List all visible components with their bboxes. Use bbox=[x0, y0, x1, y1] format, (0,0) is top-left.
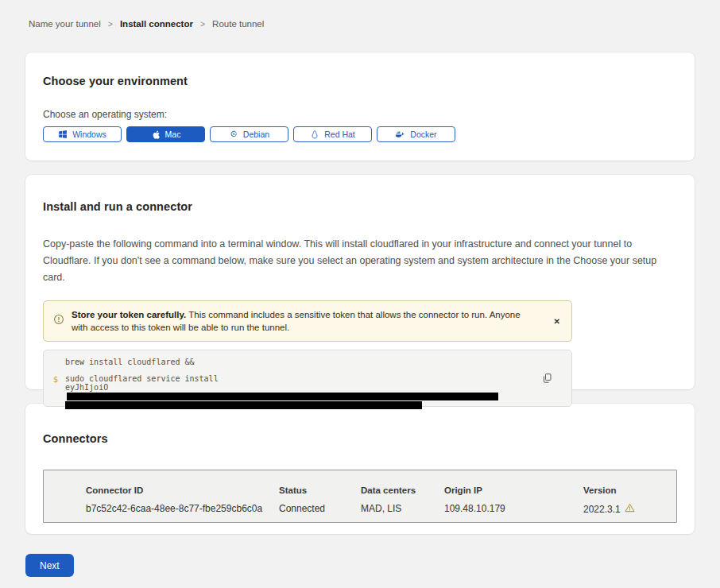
connectors-card-title: Connectors bbox=[43, 432, 677, 445]
install-connector-card: Install and run a connector Copy-paste t… bbox=[25, 175, 695, 389]
os-button-label: Debian bbox=[243, 130, 269, 139]
token-prefix: eyJhIjoiO bbox=[65, 383, 108, 392]
connector-id-value: b7c52c42-6caa-48ee-8c77-fbe259cb6c0a bbox=[86, 503, 279, 515]
header-data-centers: Data centers bbox=[361, 485, 444, 495]
breadcrumb-route-tunnel[interactable]: Route tunnel bbox=[212, 19, 264, 29]
header-status: Status bbox=[279, 485, 361, 495]
choose-environment-card: Choose your environment Choose an operat… bbox=[25, 52, 695, 161]
tux-penguin-icon bbox=[310, 130, 319, 140]
token-warning-banner: Store your token carefully. This command… bbox=[43, 300, 572, 342]
redacted-token-bar bbox=[65, 401, 422, 409]
version-number: 2022.3.1 bbox=[583, 504, 621, 515]
connectors-card: Connectors Connector ID Status Data cent… bbox=[25, 404, 695, 534]
warning-triangle-icon bbox=[625, 503, 635, 515]
code-line-token: eyJhIjoiO bbox=[65, 383, 540, 400]
breadcrumb: Name your tunnel > Install connector > R… bbox=[25, 0, 695, 29]
code-line-token-2 bbox=[65, 400, 540, 409]
code-line-sudo: sudo cloudflared service install bbox=[65, 374, 540, 383]
header-connector-id: Connector ID bbox=[86, 485, 279, 495]
alert-circle-icon bbox=[53, 314, 64, 328]
apple-logo-icon bbox=[151, 130, 161, 140]
version-value: 2022.3.1 bbox=[583, 503, 676, 515]
os-button-label: Windows bbox=[72, 130, 106, 139]
os-button-redhat[interactable]: Red Hat bbox=[293, 126, 372, 142]
table-header-row: Connector ID Status Data centers Origin … bbox=[86, 485, 676, 495]
header-origin-ip: Origin IP bbox=[444, 485, 583, 495]
data-centers-value: MAD, LIS bbox=[361, 503, 444, 515]
code-line-brew: brew install cloudflared && bbox=[65, 358, 540, 366]
breadcrumb-install-connector[interactable]: Install connector bbox=[120, 19, 193, 29]
tunnel-setup-page: Name your tunnel > Install connector > R… bbox=[0, 0, 720, 588]
header-version: Version bbox=[583, 485, 676, 495]
install-card-title: Install and run a connector bbox=[43, 200, 677, 213]
os-button-label: Red Hat bbox=[324, 130, 355, 139]
environment-card-title: Choose your environment bbox=[43, 75, 677, 87]
table-row: b7c52c42-6caa-48ee-8c77-fbe259cb6c0a Con… bbox=[86, 503, 676, 515]
os-button-label: Mac bbox=[165, 130, 181, 139]
os-button-group: Windows Mac Debian Red Hat bbox=[43, 126, 677, 142]
os-button-label: Docker bbox=[410, 130, 436, 139]
os-button-docker[interactable]: Docker bbox=[377, 126, 455, 142]
origin-ip-value: 109.48.10.179 bbox=[444, 503, 583, 515]
breadcrumb-name-your-tunnel[interactable]: Name your tunnel bbox=[29, 19, 101, 29]
breadcrumb-separator: > bbox=[200, 19, 205, 29]
warning-text: Store your token carefully. This command… bbox=[72, 308, 521, 334]
docker-whale-icon bbox=[395, 130, 405, 139]
debian-swirl-icon bbox=[229, 130, 238, 139]
shell-prompt: $ bbox=[53, 375, 58, 384]
os-button-debian[interactable]: Debian bbox=[210, 126, 288, 142]
copy-icon[interactable] bbox=[540, 371, 554, 388]
close-icon[interactable]: ✕ bbox=[552, 314, 562, 329]
breadcrumb-separator: > bbox=[108, 19, 113, 29]
install-description: Copy-paste the following command into a … bbox=[43, 236, 677, 286]
install-command-code-block: $ brew install cloudflared && sudo cloud… bbox=[43, 350, 572, 407]
connectors-table: Connector ID Status Data centers Origin … bbox=[43, 470, 677, 523]
os-button-windows[interactable]: Windows bbox=[43, 126, 122, 142]
windows-logo-icon bbox=[58, 130, 68, 139]
next-button[interactable]: Next bbox=[25, 554, 74, 577]
warning-title: Store your token carefully. bbox=[72, 310, 186, 319]
status-badge: Connected bbox=[279, 503, 361, 515]
redacted-token-bar bbox=[67, 393, 498, 400]
os-select-label: Choose an operating system: bbox=[43, 109, 677, 120]
os-button-mac[interactable]: Mac bbox=[126, 126, 205, 142]
